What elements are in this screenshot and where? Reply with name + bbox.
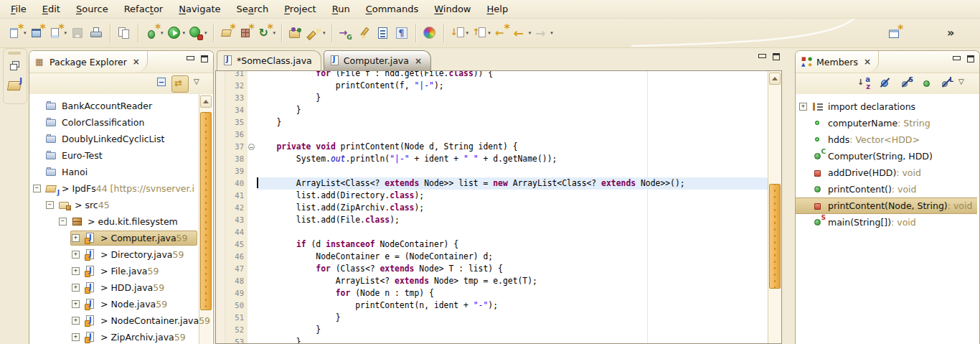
tree-expander-plus-icon[interactable]: +	[72, 267, 80, 275]
code-line-48[interactable]: 48 ArrayList<? extends Node> tmp = e.get…	[216, 275, 768, 287]
tree-item-node-java[interactable]: +> Node.java 59	[29, 296, 213, 312]
tree-expander-minus-icon[interactable]: −	[33, 185, 41, 192]
tree-item-euro-test[interactable]: Euro-Test	[29, 147, 213, 164]
tree-expander-plus-icon[interactable]: +	[72, 300, 80, 308]
code-line-51[interactable]: 51 }	[216, 312, 768, 324]
line-number[interactable]: 33	[225, 92, 248, 104]
menu-edit[interactable]: Edit	[34, 1, 68, 17]
dropdown-arrow-icon[interactable]: ▾	[183, 30, 186, 36]
line-number[interactable]: 37	[225, 141, 248, 153]
close-icon[interactable]: ×	[864, 57, 871, 67]
member-item-main-string-[interactable]: Smain(String[]) : void	[796, 214, 979, 231]
java-perspective-folder-icon[interactable]	[8, 78, 22, 90]
new-file-button[interactable]: ▾	[47, 24, 68, 42]
member-item-hdds[interactable]: hdds : Vector<HDD>	[796, 131, 979, 148]
editor-tab--someclass-java[interactable]: *SomeClass.java	[217, 50, 321, 70]
menu-navigate[interactable]: Navigate	[171, 1, 228, 17]
code-line-34[interactable]: 34 }	[216, 104, 768, 116]
menu-window[interactable]: Window	[426, 1, 479, 17]
scroll-up-arrow[interactable]	[200, 96, 212, 108]
view-menu-icon[interactable]	[955, 75, 971, 91]
menu-commands[interactable]: Commands	[358, 1, 427, 17]
tree-item-computer-java[interactable]: +> Computer.java 59	[29, 230, 213, 246]
tree-expander-plus-icon[interactable]: +	[72, 251, 80, 259]
line-number[interactable]: 48	[225, 275, 248, 287]
dropdown-arrow-icon[interactable]: ▾	[65, 30, 67, 36]
maximize-button[interactable]	[966, 55, 975, 63]
overflow-chevron-icon[interactable]	[944, 26, 960, 42]
new-wizard-button[interactable]: ▾	[6, 24, 27, 42]
fold-collapse-icon[interactable]: −	[248, 144, 255, 150]
run-button[interactable]: ▾	[166, 24, 187, 42]
line-number[interactable]: 40	[225, 177, 248, 190]
menu-source[interactable]: Source	[68, 1, 116, 17]
tree-item-edu-kit-filesystem[interactable]: −> edu.kit.filesystem	[29, 213, 213, 230]
tree-expander-minus-icon[interactable]: −	[59, 218, 67, 226]
line-number[interactable]: 41	[225, 190, 248, 202]
hide-fields-icon[interactable]	[877, 75, 893, 91]
dropdown-arrow-icon[interactable]: ▾	[161, 30, 164, 36]
customize-perspective-icon[interactable]	[887, 26, 903, 42]
back-button[interactable]: ▾	[512, 24, 532, 42]
members-tab[interactable]: ■● ▲◆ Members ×	[796, 51, 879, 73]
tree-expander-plus-icon[interactable]: +	[72, 333, 80, 341]
minimize-button[interactable]	[186, 55, 194, 63]
code-line-52[interactable]: 52 }	[216, 324, 768, 336]
run-external-button[interactable]: ▾	[187, 24, 208, 42]
fast-view-drag-handle[interactable]	[8, 52, 21, 55]
synchronize-button[interactable]: ▾	[256, 24, 277, 42]
code-line-44[interactable]: 44	[216, 226, 768, 238]
line-number[interactable]: 34	[225, 104, 248, 116]
line-number[interactable]: 49	[225, 287, 248, 299]
code-line-39[interactable]: 39	[216, 165, 768, 177]
line-number[interactable]: 52	[225, 324, 248, 336]
code-line-36[interactable]: 36	[216, 129, 768, 141]
new-project-button[interactable]	[29, 24, 46, 42]
tree-item-directory-java[interactable]: +> Directory.java 59	[29, 246, 213, 263]
code-line-50[interactable]: 50 printContent(n, ident + "-");	[216, 299, 768, 312]
code-line-33[interactable]: 33 }	[216, 92, 768, 104]
code-line-46[interactable]: 46 NodeContainer e = (NodeContainer) d;	[216, 251, 768, 263]
open-type-button[interactable]	[287, 24, 304, 42]
tree-item-bankaccountreader[interactable]: BankAccountReader	[29, 98, 213, 114]
member-item-adddrive-hdd-[interactable]: addDrive(HDD) : void	[796, 164, 979, 181]
close-icon[interactable]: ×	[415, 56, 422, 66]
line-number[interactable]: 43	[225, 214, 248, 226]
line-number[interactable]: 42	[225, 202, 248, 214]
package-explorer-scrollbar[interactable]	[199, 94, 212, 344]
close-icon[interactable]: ×	[133, 57, 140, 67]
line-number[interactable]: 44	[225, 226, 248, 238]
line-number[interactable]: 47	[225, 263, 248, 275]
save-button[interactable]	[69, 24, 86, 42]
dropdown-arrow-icon[interactable]: ▾	[466, 30, 469, 36]
menu-run[interactable]: Run	[324, 1, 358, 17]
build-all-button[interactable]	[116, 24, 133, 42]
dropdown-arrow-icon[interactable]: ▾	[323, 30, 326, 36]
code-line-37[interactable]: 37− private void printContent(Node d, St…	[216, 141, 768, 153]
member-item-computername[interactable]: computerName : String	[796, 115, 979, 131]
dropdown-arrow-icon[interactable]: ▾	[24, 30, 27, 36]
tree-expander-plus-icon[interactable]: +	[72, 284, 80, 292]
tree-item-src[interactable]: −> src 45	[29, 197, 213, 213]
line-number[interactable]: 39	[225, 165, 248, 177]
tree-expander-minus-icon[interactable]: −	[46, 201, 54, 209]
previous-annotation-button[interactable]: ▾	[471, 24, 491, 42]
forward-button[interactable]: ▾	[533, 24, 554, 42]
line-number[interactable]: 31	[225, 70, 248, 80]
tree-item-doublylinkedcycliclist[interactable]: DoublyLinkedCyclicList	[29, 131, 213, 147]
next-change-button[interactable]	[337, 24, 354, 42]
member-item-printcontent-node-string-[interactable]: printContent(Node, String) : void	[796, 197, 979, 214]
member-expander-plus-icon[interactable]: +	[799, 103, 807, 111]
line-number[interactable]: 38	[225, 153, 248, 165]
code-line-32[interactable]: 32 printContent(f, "|-");	[216, 80, 768, 92]
line-number[interactable]: 32	[225, 80, 248, 92]
tree-item-nodecontainer-java[interactable]: +> NodeContainer.java 59	[29, 312, 213, 329]
tree-item-hdd-java[interactable]: +> HDD.java 59	[29, 279, 213, 296]
link-with-editor-icon[interactable]	[171, 75, 189, 93]
line-number[interactable]: 35	[225, 116, 248, 129]
menu-project[interactable]: Project	[276, 1, 324, 17]
hide-local-types-icon[interactable]: L	[939, 75, 955, 91]
code-line-38[interactable]: 38 System.out.println("|-" + ident + " "…	[216, 153, 768, 165]
line-number[interactable]: 45	[225, 238, 248, 251]
maximize-button[interactable]	[200, 55, 209, 63]
